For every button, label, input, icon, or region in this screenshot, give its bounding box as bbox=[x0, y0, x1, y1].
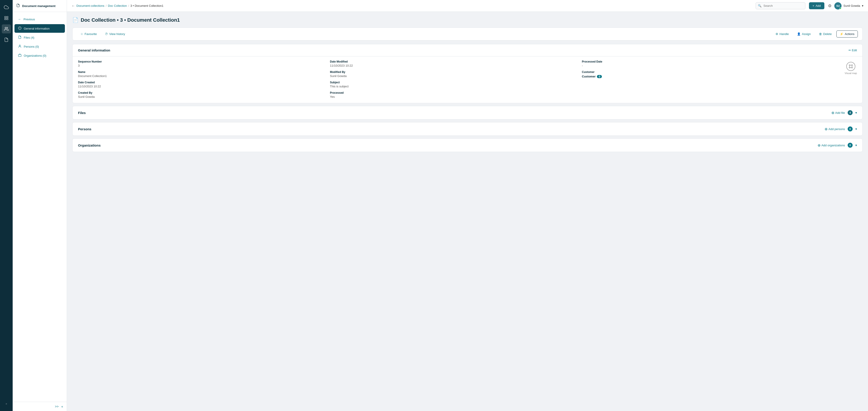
info-row-date-created: Date Created 11/10/2023 10:22 bbox=[78, 81, 330, 88]
info-col-2: Date Modified 11/10/2023 10:22 Modified … bbox=[330, 60, 582, 99]
collapse-sidebar-btn[interactable]: « bbox=[61, 405, 63, 408]
view-history-label: View history bbox=[109, 32, 125, 36]
processed-date-label: Processed Date bbox=[582, 60, 834, 63]
files-count-badge: 4 bbox=[848, 110, 852, 115]
general-info-content: Sequence Number 3 Name Document Collecti… bbox=[72, 57, 862, 103]
add-label: Add bbox=[815, 4, 821, 7]
rail-expand-icon[interactable]: » bbox=[2, 399, 11, 408]
date-modified-value: 11/10/2023 10:22 bbox=[330, 64, 582, 67]
add-organizations-button[interactable]: ⊕ Add organizations bbox=[817, 143, 845, 147]
processed-value: Yes bbox=[330, 95, 582, 99]
info-row-name: Name Document Collection1 bbox=[78, 70, 330, 78]
assign-button[interactable]: 👤 Assign bbox=[794, 31, 814, 37]
organizations-count-badge: 0 bbox=[848, 143, 852, 148]
topbar-search: 🔍 bbox=[756, 2, 805, 9]
name-label: Name bbox=[78, 70, 330, 74]
organizations-icon bbox=[18, 54, 22, 58]
view-history-button[interactable]: ⏱ View history bbox=[101, 31, 128, 37]
organizations-title: Organizations bbox=[78, 143, 101, 147]
add-persons-icon: ⊕ bbox=[825, 127, 828, 131]
subject-value: This is subject bbox=[330, 85, 582, 88]
modified-by-value: Sunil Gowda bbox=[330, 74, 582, 78]
info-row-sequence: Sequence Number 3 bbox=[78, 60, 330, 67]
files-icon bbox=[18, 35, 22, 39]
page-title: 📄 Doc Collection • 3 • Document Collecti… bbox=[72, 17, 863, 23]
user-chevron-icon: ▾ bbox=[862, 4, 864, 7]
favourite-label: Favourite bbox=[85, 32, 97, 36]
svg-rect-12 bbox=[849, 67, 850, 68]
search-input[interactable] bbox=[756, 2, 805, 9]
topbar-right: ⚙ SU Sunil Gowda ▾ bbox=[828, 2, 864, 9]
settings-icon[interactable]: ⚙ bbox=[828, 3, 832, 8]
visual-map-button[interactable]: Visual map bbox=[843, 60, 859, 76]
organizations-chevron-icon[interactable]: ▾ bbox=[855, 143, 857, 147]
general-info-header: General information ✏ Edit bbox=[72, 44, 862, 57]
sequence-number-label: Sequence Number bbox=[78, 60, 330, 63]
sidebar-item-organizations[interactable]: Organizations (0) bbox=[14, 51, 65, 60]
general-info-actions: ✏ Edit bbox=[848, 48, 857, 52]
favourite-button[interactable]: ☆ Favourite bbox=[77, 31, 100, 37]
rail-grid-icon[interactable] bbox=[2, 13, 11, 23]
breadcrumb-sep-2: / bbox=[128, 4, 129, 7]
subject-label: Subject bbox=[330, 81, 582, 84]
svg-point-4 bbox=[5, 27, 6, 29]
content: 📄 Doc Collection • 3 • Document Collecti… bbox=[67, 12, 868, 411]
rail-cloud-icon[interactable] bbox=[2, 3, 11, 12]
sidebar-item-label-organizations: Organizations (0) bbox=[24, 54, 46, 57]
sidebar-item-general-information[interactable]: General information bbox=[14, 24, 65, 33]
history-icon: ⏱ bbox=[105, 32, 108, 36]
main-area: ← Document collections / Doc Collection … bbox=[67, 0, 868, 411]
svg-rect-13 bbox=[851, 67, 852, 68]
info-grid: Sequence Number 3 Name Document Collecti… bbox=[72, 57, 839, 103]
info-col-1: Sequence Number 3 Name Document Collecti… bbox=[78, 60, 330, 99]
expand-sidebar-btn[interactable]: >> bbox=[55, 405, 59, 408]
info-row-modified-by: Modified By Sunil Gowda bbox=[330, 70, 582, 78]
rail-doc-icon[interactable] bbox=[2, 35, 11, 44]
user-name: Sunil Gowda bbox=[843, 4, 860, 7]
handle-button[interactable]: ⚙ Handle bbox=[772, 31, 792, 37]
files-actions: ⊕ Add file 4 ▾ bbox=[831, 110, 857, 115]
sidebar-item-previous[interactable]: ← Previous bbox=[14, 15, 65, 23]
add-persons-button[interactable]: ⊕ Add persons bbox=[825, 127, 845, 131]
breadcrumb-doc-collections[interactable]: Document collections bbox=[76, 4, 104, 7]
sidebar-doc-mgmt-icon bbox=[16, 4, 20, 8]
persons-chevron-icon[interactable]: ▾ bbox=[855, 127, 857, 131]
general-info-title: General information bbox=[78, 48, 110, 52]
organizations-actions: ⊕ Add organizations 0 ▾ bbox=[817, 143, 857, 148]
info-row-customer: Customer Customer 0 bbox=[582, 70, 834, 78]
sidebar-item-persons[interactable]: Persons (0) bbox=[14, 42, 65, 51]
user-status-dot bbox=[839, 7, 841, 9]
date-modified-label: Date Modified bbox=[330, 60, 582, 63]
date-created-label: Date Created bbox=[78, 81, 330, 84]
delete-label: Delete bbox=[823, 32, 832, 36]
sidebar: Document management ← Previous General i… bbox=[13, 0, 67, 411]
breadcrumb-sep-1: / bbox=[106, 4, 107, 7]
files-chevron-icon[interactable]: ▾ bbox=[855, 111, 857, 114]
info-row-processed-date: Processed Date - bbox=[582, 60, 834, 67]
customer-count-badge: 0 bbox=[597, 75, 602, 78]
created-by-value: Sunil Gowda bbox=[78, 95, 330, 99]
files-header: Files ⊕ Add file 4 ▾ bbox=[72, 106, 862, 119]
processed-date-value: - bbox=[582, 64, 834, 67]
add-file-button[interactable]: ⊕ Add file bbox=[831, 111, 845, 115]
rail-users-icon[interactable] bbox=[2, 24, 11, 33]
user-menu[interactable]: SU Sunil Gowda ▾ bbox=[834, 2, 864, 9]
actions-button[interactable]: ⚡ Actions bbox=[836, 31, 858, 37]
customer-label: Customer bbox=[582, 70, 834, 74]
delete-button[interactable]: 🗑 Delete bbox=[815, 31, 835, 37]
created-by-label: Created By bbox=[78, 91, 330, 94]
svg-rect-3 bbox=[7, 19, 8, 20]
avatar-initials: SU bbox=[836, 4, 840, 7]
organizations-header: Organizations ⊕ Add organizations 0 ▾ bbox=[72, 139, 862, 152]
svg-rect-9 bbox=[18, 55, 21, 57]
breadcrumb-doc-collection[interactable]: Doc Collection bbox=[108, 4, 127, 7]
add-button[interactable]: + Add bbox=[809, 2, 825, 9]
sidebar-title: Document management bbox=[22, 4, 55, 8]
svg-rect-2 bbox=[5, 19, 6, 20]
files-title: Files bbox=[78, 111, 86, 115]
persons-header: Persons ⊕ Add persons 0 ▾ bbox=[72, 123, 862, 136]
edit-button[interactable]: ✏ Edit bbox=[848, 48, 857, 52]
sidebar-item-files[interactable]: Files (4) bbox=[14, 33, 65, 42]
back-arrow-icon[interactable]: ← bbox=[71, 4, 75, 8]
sidebar-nav: ← Previous General information Files (4)… bbox=[13, 12, 67, 402]
